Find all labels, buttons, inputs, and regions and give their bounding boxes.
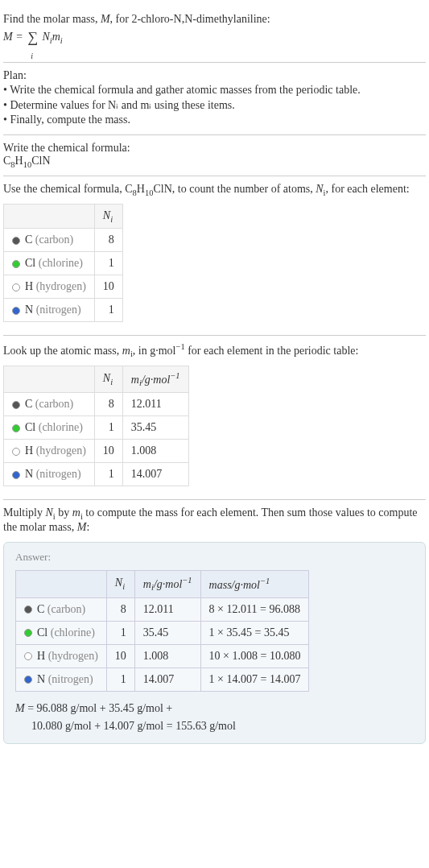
element-dot-icon [12, 307, 20, 315]
element-dot-icon [12, 448, 20, 456]
mass-value: 8 × 12.011 = 96.088 [200, 597, 309, 621]
element-dot-icon [12, 237, 20, 245]
table-row: N (nitrogen)1 [4, 299, 123, 322]
mass-value: 1 × 35.45 = 35.45 [200, 621, 309, 644]
element-cell: N (nitrogen) [4, 463, 95, 486]
table-header-row: Ni mi/g·mol−1 mass/g·mol−1 [16, 571, 309, 597]
ni-value: 1 [94, 416, 122, 440]
formula-eq: = [13, 31, 26, 43]
element-dot-icon [12, 283, 20, 291]
ni-header: Ni [94, 204, 122, 229]
plan-list: Write the chemical formula and gather at… [3, 84, 426, 126]
atomic-mass-section: Look up the atomic mass, mi, in g·mol−1 … [3, 336, 426, 500]
blank-header [4, 204, 95, 229]
element-dot-icon [24, 606, 32, 614]
plan-item: Finally, compute the mass. [3, 114, 426, 126]
element-cell: Cl (chlorine) [4, 252, 95, 275]
table-row: Cl (chlorine)1 [4, 252, 123, 275]
final-line-1: M = 96.088 g/mol + 35.45 g/mol + [15, 700, 414, 717]
compute-text: Multiply Ni by mi to compute the mass fo… [3, 506, 426, 534]
atomic-mass-table: Ni mi/g·mol−1 C (carbon)812.011 Cl (chlo… [3, 366, 189, 486]
plan-item: Determine values for Nᵢ and mᵢ using the… [3, 98, 426, 112]
element-cell: H (hydrogen) [16, 644, 107, 668]
formula-lhs: M [3, 31, 13, 43]
element-cell: H (hydrogen) [4, 440, 95, 463]
ni-value: 10 [94, 275, 122, 299]
table-header-row: Ni mi/g·mol−1 [4, 366, 189, 392]
element-cell: N (nitrogen) [4, 299, 95, 322]
plan-section: Plan: Write the chemical formula and gat… [3, 63, 426, 135]
ni-value: 8 [94, 393, 122, 416]
mi-header: mi/g·mol−1 [134, 571, 200, 597]
formula-Ni: N [42, 31, 49, 43]
ni-header: Ni [106, 571, 134, 597]
formula-mi: m [52, 31, 60, 43]
table-row: Cl (chlorine)135.45 [4, 416, 189, 440]
count-atoms-table: Ni C (carbon)8 Cl (chlorine)1 H (hydroge… [3, 204, 123, 323]
element-dot-icon [24, 652, 32, 660]
intro-section: Find the molar mass, M, for 2-chloro-N,N… [3, 6, 426, 63]
mi-value: 12.011 [134, 597, 200, 621]
mi-value: 12.011 [122, 393, 188, 416]
mi-value: 35.45 [134, 621, 200, 644]
write-formula-heading: Write the chemical formula: [3, 142, 426, 155]
ni-value: 8 [94, 229, 122, 252]
mi-header: mi/g·mol−1 [122, 366, 188, 392]
intro-formula: M = ∑i Nimi [3, 29, 426, 52]
chemical-formula: C8H10ClN [3, 155, 426, 169]
mi-value: 14.007 [122, 463, 188, 486]
element-dot-icon [12, 424, 20, 432]
element-cell: C (carbon) [4, 393, 95, 416]
element-cell: Cl (chlorine) [16, 621, 107, 644]
answer-table: Ni mi/g·mol−1 mass/g·mol−1 C (carbon)812… [15, 570, 309, 691]
ni-header: Ni [94, 366, 122, 392]
table-row: Cl (chlorine)135.451 × 35.45 = 35.45 [16, 621, 309, 644]
ni-value: 1 [106, 668, 134, 691]
table-row: C (carbon)8 [4, 229, 123, 252]
plan-label: Plan: [3, 69, 426, 82]
mass-header: mass/g·mol−1 [200, 571, 309, 597]
table-row: C (carbon)812.0118 × 12.011 = 96.088 [16, 597, 309, 621]
element-cell: C (carbon) [4, 229, 95, 252]
ni-value: 10 [106, 644, 134, 668]
inline-formula: C8H10ClN [125, 183, 172, 195]
intro-suffix: , for 2-chloro-N,N-dimethylaniline: [110, 13, 270, 25]
element-cell: H (hydrogen) [4, 275, 95, 299]
blank-header [16, 571, 107, 597]
plan-item: Write the chemical formula and gather at… [3, 84, 426, 97]
ni-value: 10 [94, 440, 122, 463]
mi-value: 14.007 [134, 668, 200, 691]
blank-header [4, 366, 95, 392]
element-cell: C (carbon) [16, 597, 107, 621]
ni-value: 1 [94, 252, 122, 275]
element-dot-icon [24, 676, 32, 684]
ni-value: 1 [94, 299, 122, 322]
element-cell: Cl (chlorine) [4, 416, 95, 440]
mi-value: 1.008 [134, 644, 200, 668]
table-row: C (carbon)812.011 [4, 393, 189, 416]
table-row: H (hydrogen)10 [4, 275, 123, 299]
table-header-row: Ni [4, 204, 123, 229]
ni-value: 8 [106, 597, 134, 621]
element-dot-icon [12, 260, 20, 268]
sigma-icon: ∑i [27, 29, 38, 52]
table-row: H (hydrogen)101.00810 × 1.008 = 10.080 [16, 644, 309, 668]
element-dot-icon [12, 471, 20, 479]
mi-value: 35.45 [122, 416, 188, 440]
final-equation: M = 96.088 g/mol + 35.45 g/mol + 10.080 … [15, 700, 414, 736]
answer-box: Answer: Ni mi/g·mol−1 mass/g·mol−1 C (ca… [3, 542, 426, 744]
table-row: H (hydrogen)101.008 [4, 440, 189, 463]
ni-value: 1 [106, 621, 134, 644]
table-row: N (nitrogen)114.0071 × 14.007 = 14.007 [16, 668, 309, 691]
mass-value: 1 × 14.007 = 14.007 [200, 668, 309, 691]
table-row: N (nitrogen)114.007 [4, 463, 189, 486]
write-formula-section: Write the chemical formula: C8H10ClN [3, 135, 426, 176]
element-dot-icon [12, 401, 20, 409]
compute-section: Multiply Ni by mi to compute the mass fo… [3, 500, 426, 750]
answer-label: Answer: [15, 551, 414, 564]
count-atoms-text: Use the chemical formula, C8H10ClN, to c… [3, 183, 426, 197]
mi-value: 1.008 [122, 440, 188, 463]
element-cell: N (nitrogen) [16, 668, 107, 691]
intro-var-M: M [101, 13, 110, 25]
final-line-2: 10.080 g/mol + 14.007 g/mol = 155.63 g/m… [15, 717, 414, 735]
